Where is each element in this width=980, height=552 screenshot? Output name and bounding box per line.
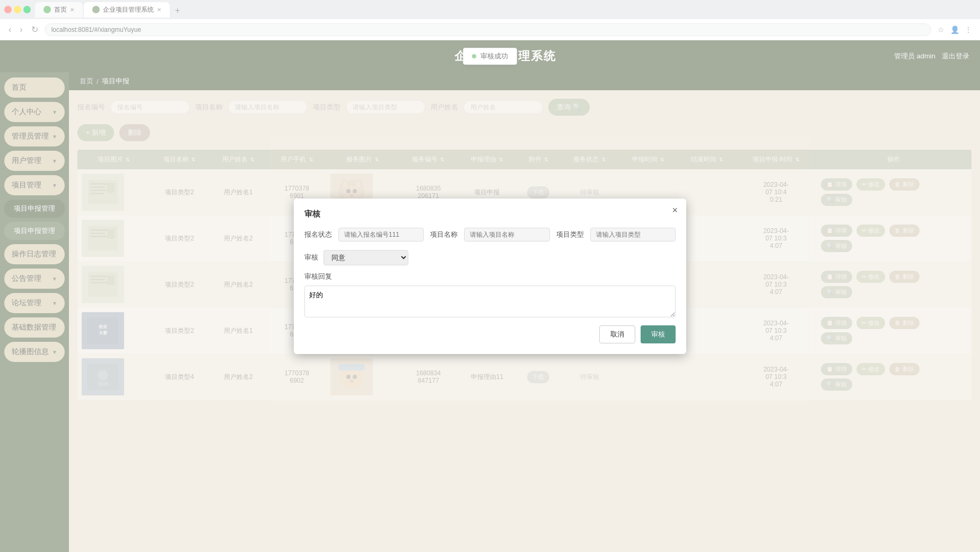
modal-footer: 取消 审核 bbox=[304, 325, 676, 343]
modal-review-label: 审核 bbox=[304, 253, 318, 262]
modal-overlay: 审核 × 报名状态 项目名称 项目类型 审核 同意 拒绝 审核回复 好的 取消 bbox=[0, 0, 980, 552]
modal-review-select[interactable]: 同意 拒绝 bbox=[323, 250, 408, 265]
modal-cancel-btn[interactable]: 取消 bbox=[599, 325, 635, 343]
modal-feedback-section: 审核回复 好的 bbox=[304, 272, 676, 319]
review-modal: 审核 × 报名状态 项目名称 项目类型 审核 同意 拒绝 审核回复 好的 取消 bbox=[294, 199, 686, 354]
modal-reg-label: 报名状态 bbox=[304, 230, 332, 239]
modal-filter-row: 报名状态 项目名称 项目类型 bbox=[304, 228, 676, 242]
modal-proj-type-label: 项目类型 bbox=[556, 230, 584, 239]
modal-proj-type-input[interactable] bbox=[590, 228, 676, 242]
modal-review-row: 审核 同意 拒绝 bbox=[304, 250, 676, 265]
modal-feedback-textarea[interactable]: 好的 bbox=[304, 286, 676, 317]
modal-proj-name-label: 项目名称 bbox=[430, 230, 458, 239]
modal-title: 审核 bbox=[304, 209, 676, 219]
modal-feedback-label: 审核回复 bbox=[304, 272, 676, 281]
modal-close-btn[interactable]: × bbox=[672, 205, 678, 216]
modal-reg-input[interactable] bbox=[338, 228, 424, 242]
modal-proj-name-input[interactable] bbox=[464, 228, 549, 242]
modal-confirm-btn[interactable]: 审核 bbox=[641, 325, 676, 343]
